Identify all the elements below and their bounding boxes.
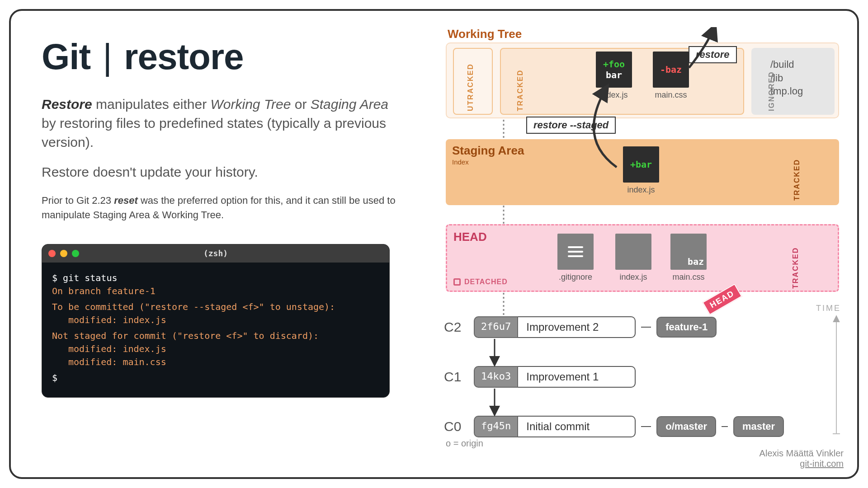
terminal-output: modified: index.js — [52, 314, 379, 327]
commit-message: Improvement 1 — [518, 366, 636, 388]
commit-hash: 2f6u7 — [474, 316, 518, 338]
working-tree-box: /build /lib tmp.log UTRACKED TRACKED IGN… — [446, 42, 839, 118]
note-paragraph: Prior to Git 2.23 reset was the preferre… — [42, 193, 403, 222]
staged-file-index-js: +bar index.js — [623, 146, 659, 195]
staging-area-box: Staging Area Index TRACKED +bar index.js — [446, 139, 839, 205]
terminal-body: $ git status On branch feature-1 To be c… — [42, 263, 389, 397]
file-icon — [615, 234, 651, 270]
terminal-output: Not staged for commit ("restore <f>" to … — [52, 329, 379, 343]
head-file-gitignore: .gitignore — [557, 234, 594, 282]
working-tree-label: Working Tree — [448, 27, 522, 41]
file-icon: +foo bar — [596, 52, 632, 88]
commit-message: Initial commit — [518, 416, 636, 437]
left-column: Git | restore Restore manipulates either… — [42, 36, 403, 398]
branch-tag: o/master — [656, 416, 716, 437]
file-icon: +bar — [623, 146, 659, 183]
checkbox-icon — [453, 278, 461, 286]
commit-row-c0: C0 fg45n Initial commit o/master master — [444, 416, 784, 437]
terminal-title: (zsh) — [42, 249, 389, 258]
head-tracked-label: TRACKED — [792, 247, 800, 289]
terminal-output: modified: main.css — [52, 356, 379, 369]
commit-row-c2: C2 2f6u7 Improvement 2 feature-1 — [444, 316, 717, 338]
second-paragraph: Restore doesn't update your history. — [42, 164, 403, 180]
diagram-area: Working Tree /build /lib tmp.log UTRACKE… — [436, 27, 843, 465]
origin-legend: o = origin — [446, 438, 483, 449]
commit-message: Improvement 2 — [518, 316, 636, 338]
branch-tag: feature-1 — [656, 317, 717, 338]
branch-tag: master — [733, 416, 784, 437]
terminal-window: (zsh) $ git status On branch feature-1 T… — [42, 244, 390, 398]
terminal-prompt: $ — [52, 371, 379, 385]
slide-frame: Git | restore Restore manipulates either… — [9, 9, 859, 479]
hamburger-icon — [557, 234, 594, 270]
author-name: Alexis Määttä Vinkler — [760, 448, 844, 459]
restore-staged-command-tag: restore --staged — [526, 117, 616, 134]
terminal-command: $ git status — [52, 272, 379, 285]
file-index-js: +foo bar index.js — [596, 52, 632, 100]
detached-indicator: DETACHED — [453, 278, 508, 286]
head-file-main-css: baz main.css — [670, 234, 707, 282]
tracked-label: TRACKED — [516, 70, 524, 111]
file-icon: baz — [670, 234, 707, 270]
title-prefix: Git — [42, 37, 90, 77]
terminal-output: modified: index.js — [52, 343, 379, 356]
terminal-output: To be committed ("restore --staged <f>" … — [52, 300, 379, 314]
page-title: Git | restore — [42, 36, 403, 78]
ignored-label: IGNORED — [768, 71, 776, 111]
file-main-css: -baz main.css — [653, 52, 689, 100]
commit-row-c1: C1 14ko3 Improvement 1 — [444, 366, 636, 388]
head-label: HEAD — [453, 230, 487, 244]
head-file-index-js: index.js — [615, 234, 651, 282]
staging-tracked-label: TRACKED — [793, 159, 801, 201]
head-box: HEAD DETACHED TRACKED .gitignore index.j… — [446, 224, 839, 292]
intro-paragraph: Restore manipulates either Working Tree … — [42, 95, 403, 152]
untracked-label: UTRACKED — [467, 63, 475, 111]
terminal-output: On branch feature-1 — [52, 285, 379, 298]
title-suffix: restore — [124, 37, 243, 77]
restore-command-tag: restore — [689, 46, 737, 63]
time-axis-label: TIME — [816, 304, 841, 313]
credit-link: git-init.com — [760, 459, 844, 469]
commit-hash: 14ko3 — [474, 366, 518, 388]
credit-block: Alexis Määttä Vinkler git-init.com — [760, 448, 844, 469]
ignored-region: /build /lib tmp.log — [751, 48, 835, 115]
staging-area-label: Staging Area — [452, 144, 524, 158]
staging-area-sublabel: Index — [452, 158, 469, 166]
terminal-titlebar: (zsh) — [42, 244, 389, 263]
commit-hash: fg45n — [474, 416, 518, 437]
file-icon: -baz — [653, 52, 689, 88]
title-pipe: | — [103, 37, 112, 77]
